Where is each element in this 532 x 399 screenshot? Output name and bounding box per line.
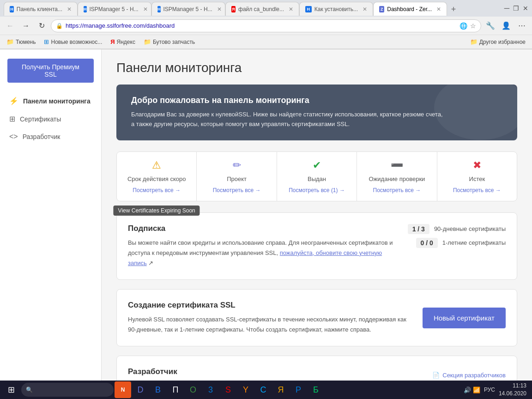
taskbar-app-12[interactable]: Б	[308, 381, 324, 398]
browser-tab-6[interactable]: Z Dashboard - Zer... ✕	[373, 2, 447, 16]
tab-icon-4: Я	[231, 6, 236, 12]
browser-tab-4[interactable]: Я файл ca_bundle... ✕	[225, 2, 299, 16]
browser-tab-1[interactable]: H Панель клиента... ✕	[4, 2, 78, 16]
subscription-title: Подписка	[128, 224, 399, 233]
fav-other[interactable]: 📁 Другое избранное	[467, 37, 528, 46]
refresh-button[interactable]: ↻	[35, 19, 48, 32]
fav-tyumen[interactable]: 📁 Тюмень	[4, 37, 38, 46]
extensions-button[interactable]: 🔧	[484, 19, 497, 32]
tab-label-4: файл ca_bundle...	[238, 6, 284, 12]
status-card-expiring[interactable]: ⚠ Срок действия скоро Посмотреть все → V…	[117, 152, 197, 201]
status-card-pending[interactable]: ➖ Ожидание проверки Посмотреть все →	[357, 152, 437, 201]
browser-tab-2[interactable]: H ISPManager 5 - H... ✕	[78, 2, 151, 16]
issued-icon: ✔	[286, 159, 347, 171]
taskbar-search[interactable]: 🔍	[21, 383, 114, 397]
forward-button[interactable]: →	[19, 19, 32, 32]
tab-icon-6: Z	[379, 6, 384, 12]
browser-nav: ← → ↻ 🔒 https://manage.sslforfree.com/da…	[0, 17, 532, 35]
fav-other-label: Другое избранное	[479, 39, 526, 45]
minimize-button[interactable]: ─	[504, 4, 509, 12]
sidebar-item-developer[interactable]: <> Разработчик	[0, 128, 101, 145]
taskbar-app-1[interactable]: N	[115, 381, 131, 398]
browser-tabs: H Панель клиента... ✕ H ISPManager 5 - H…	[4, 1, 460, 16]
new-tab-button[interactable]: +	[447, 3, 460, 16]
expiring-icon: ⚠	[126, 159, 187, 171]
taskbar-app-11[interactable]: P	[290, 381, 307, 398]
fav-yandex[interactable]: Я Яндекс	[108, 37, 138, 46]
developer-link-icon: 📄	[432, 372, 440, 379]
taskbar-app-10[interactable]: Я	[272, 381, 289, 398]
menu-button[interactable]: ⋯	[515, 19, 528, 32]
taskbar-time-value: 11:13	[499, 382, 526, 390]
stat-1year-value: 0 / 0	[416, 238, 438, 248]
tab-label-6: Dashboard - Zer...	[387, 6, 432, 12]
fav-butovo-label: Бутово запчасть	[153, 39, 195, 45]
tab-icon-5: H	[305, 6, 312, 12]
taskbar: ⊞ 🔍 N D B П О 3 S Y С Я P Б 🔊 📶 РУС 11:1…	[0, 381, 532, 399]
browser-tab-3[interactable]: H ISPManager 5 - H... ✕	[151, 2, 225, 16]
tab-close-3[interactable]: ✕	[217, 6, 222, 12]
taskbar-app-7[interactable]: S	[220, 381, 236, 398]
status-cards: ⚠ Срок действия скоро Посмотреть все → V…	[116, 151, 517, 201]
taskbar-app-9[interactable]: С	[255, 381, 272, 398]
expired-link[interactable]: Посмотреть все →	[447, 187, 508, 193]
issued-link[interactable]: Посмотреть все (1) →	[286, 187, 347, 193]
translate-icon[interactable]: 🌐	[459, 22, 467, 30]
subscription-section: Подписка Вы можете найти свои кредиты и …	[116, 212, 517, 280]
taskbar-app-4[interactable]: П	[167, 381, 184, 398]
star-icon[interactable]: ☆	[470, 22, 476, 30]
tab-label-1: Панель клиента...	[17, 6, 62, 12]
stat-90day-label: 90-дневные сертификаты	[434, 225, 506, 232]
back-button[interactable]: ←	[4, 19, 17, 32]
expiring-link[interactable]: Посмотреть все →	[126, 187, 187, 193]
taskbar-system-icons: 🔊 📶	[464, 387, 480, 393]
tab-icon-3: H	[157, 6, 161, 12]
fav-ms-icon: ⊞	[44, 38, 49, 45]
browser-tab-5[interactable]: H Как установить... ✕	[299, 2, 373, 16]
sidebar-developer-label: Разработчик	[23, 133, 60, 140]
taskbar-app-8[interactable]: Y	[237, 381, 254, 398]
stat-90day-value: 1 / 3	[408, 224, 429, 234]
create-cert-section: Создание сертификата SSL Нулевой SSL поз…	[116, 289, 517, 346]
restore-button[interactable]: ❐	[513, 5, 519, 12]
sidebar-item-dashboard[interactable]: ⚡ Панели мониторинга	[0, 92, 101, 110]
tab-close-5[interactable]: ✕	[363, 6, 367, 12]
taskbar-date-value: 14.06.2020	[499, 390, 526, 398]
sidebar-nav: ⚡ Панели мониторинга ⊞ Сертификаты <> Ра…	[0, 92, 101, 145]
address-bar[interactable]: 🔒 https://manage.sslforfree.com/dashboar…	[51, 19, 481, 32]
tab-label-2: ISPManager 5 - H...	[90, 6, 139, 12]
project-link[interactable]: Посмотреть все →	[206, 187, 267, 193]
profile-button[interactable]: 👤	[500, 19, 513, 32]
fav-novye[interactable]: ⊞ Новые возможнос...	[41, 37, 105, 46]
close-button[interactable]: ✕	[523, 5, 528, 12]
tab-close-4[interactable]: ✕	[289, 6, 293, 12]
start-button[interactable]: ⊞	[2, 381, 20, 398]
fav-yandex-label: Яндекс	[117, 39, 135, 45]
fav-butovo[interactable]: 📁 Бутово запчасть	[141, 37, 198, 46]
dashboard-icon: ⚡	[9, 97, 18, 105]
taskbar-app-5[interactable]: О	[185, 381, 201, 398]
welcome-heading: Добро пожаловать на панель мониторинга	[131, 96, 502, 105]
tab-close-6[interactable]: ✕	[436, 6, 441, 12]
address-text[interactable]: https://manage.sslforfree.com/dashboard	[66, 22, 457, 29]
tab-label-3: ISPManager 5 - H...	[163, 6, 212, 12]
taskbar-app-6[interactable]: 3	[202, 381, 219, 398]
status-card-project[interactable]: ✏ Проект Посмотреть все →	[197, 152, 277, 201]
tab-close-2[interactable]: ✕	[143, 6, 148, 12]
pending-link[interactable]: Посмотреть все →	[366, 187, 427, 193]
new-certificate-button[interactable]: Новый сертификат	[423, 308, 506, 328]
status-card-expired[interactable]: ✖ Истек Посмотреть все →	[437, 152, 517, 201]
taskbar-app-2[interactable]: D	[132, 381, 149, 398]
developer-section-link[interactable]: 📄 Секция разработчиков	[432, 372, 506, 379]
sidebar-item-certificates[interactable]: ⊞ Сертификаты	[0, 110, 101, 128]
premium-ssl-button[interactable]: Получить Премиум SSL	[7, 59, 94, 83]
pending-icon: ➖	[366, 159, 427, 171]
welcome-banner: Добро пожаловать на панель мониторинга Б…	[116, 85, 517, 140]
subscription-body: Вы можете найти свои кредиты и использов…	[128, 238, 399, 268]
issued-label: Выдан	[286, 175, 347, 183]
taskbar-app-3[interactable]: B	[150, 381, 166, 398]
status-card-issued[interactable]: ✔ Выдан Посмотреть все (1) →	[277, 152, 357, 201]
fav-tyumen-label: Тюмень	[16, 39, 36, 45]
tab-close-1[interactable]: ✕	[67, 6, 72, 12]
subscription-stats: 1 / 3 90-дневные сертификаты 0 / 0 1-лет…	[408, 224, 506, 248]
